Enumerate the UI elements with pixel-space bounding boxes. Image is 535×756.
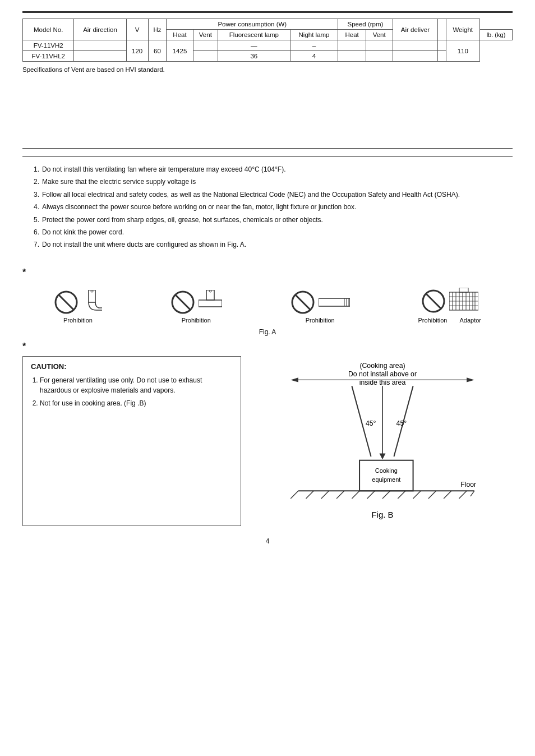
vent-w-2	[193, 51, 218, 62]
svg-text:Floor: Floor	[460, 481, 476, 488]
svg-rect-11	[319, 298, 350, 306]
speed-vent-2	[366, 51, 393, 62]
night-2: 4	[290, 51, 338, 62]
svg-marker-35	[467, 377, 474, 382]
star-asterisk-1: *	[22, 268, 513, 278]
th-model: Model No.	[23, 19, 74, 40]
speed-vent-1	[366, 40, 393, 51]
safety-item-4: 4.Always disconnect the power source bef…	[22, 202, 513, 212]
prohibition-label-4: Prohibition	[418, 317, 448, 324]
safety-item-2: 2.Make sure that the electric service su…	[22, 177, 513, 187]
speed-heat-1	[338, 40, 366, 51]
prohibition-label-1: Prohibition	[63, 317, 93, 324]
night-1: –	[290, 40, 338, 51]
th-air-direction: Air direction	[74, 19, 126, 40]
th-air-deliver: Air deliver	[393, 19, 438, 40]
adaptor-icon	[449, 288, 478, 315]
prohibition-item-2: Prohibition	[170, 290, 222, 324]
svg-marker-34	[290, 377, 298, 382]
svg-line-47	[306, 491, 314, 499]
safety-item-6: 6.Do not kink the power cord.	[22, 228, 513, 237]
bottom-section: CAUTION: For general ventilating use onl…	[22, 356, 513, 526]
prohib-pair-3	[290, 290, 350, 315]
svg-line-46	[290, 491, 298, 499]
prohibition-item-3: Prohibition	[290, 290, 350, 324]
svg-text:45°: 45°	[396, 420, 407, 427]
th-speed-vent: Vent	[366, 30, 393, 40]
svg-text:equipment: equipment	[372, 476, 400, 483]
prohibition-circle-1	[54, 290, 79, 315]
caution-item-2: Not for use in cooking area. (Fig .B)	[40, 398, 233, 409]
th-weight-unit: lb. (kg)	[479, 30, 512, 40]
weight-spacer-1	[438, 40, 446, 51]
svg-line-50	[352, 491, 359, 499]
prohib-pair-4	[421, 288, 478, 315]
safety-item-1: 1.Do not install this ventilating fan wh…	[22, 165, 513, 174]
prohibition-label-2: Prohibition	[182, 317, 211, 324]
bent-duct-icon	[82, 290, 102, 315]
fig-a-label: Fig. A	[22, 328, 513, 336]
caution-list: For general ventilating use only. Do not…	[40, 375, 233, 409]
fig-b-svg: (Cooking area) Do not install above or i…	[252, 356, 513, 526]
svg-line-52	[382, 491, 390, 499]
svg-line-56	[444, 491, 451, 499]
fluorescent-1: —	[218, 40, 290, 51]
caution-item-1: For general ventilating use only. Do not…	[40, 375, 233, 396]
weight-val: 110	[446, 40, 479, 62]
spec-table: Model No. Air direction V Hz Power consu…	[22, 19, 513, 62]
svg-line-16	[426, 293, 441, 309]
tee-duct-icon	[199, 290, 222, 315]
svg-rect-6	[206, 290, 214, 300]
fig-b-area: (Cooking area) Do not install above or i…	[252, 356, 513, 526]
svg-rect-8	[199, 300, 222, 307]
table-row: FV-11VH2 120 60 1425 — – 110	[23, 40, 513, 51]
weight-spacer-2	[438, 51, 446, 62]
air-direction-2	[74, 51, 126, 62]
th-power-consumption: Power consumption (W)	[167, 19, 338, 30]
th-vent: Vent	[193, 30, 218, 40]
th-heat: Heat	[167, 30, 193, 40]
hz-val: 60	[148, 40, 167, 62]
svg-line-1	[58, 294, 74, 310]
svg-text:45°: 45°	[366, 420, 376, 427]
svg-line-49	[336, 491, 344, 499]
th-hz: Hz	[148, 19, 167, 40]
svg-line-53	[398, 491, 405, 499]
safety-list: 1.Do not install this ventilating fan wh…	[22, 165, 513, 250]
svg-line-58	[471, 491, 474, 496]
safety-item-3: 3.Follow all local electrical and safety…	[22, 190, 513, 200]
svg-marker-39	[380, 453, 386, 459]
svg-text:Fig. B: Fig. B	[371, 510, 393, 519]
th-weight-spacer	[438, 19, 446, 40]
svg-line-5	[175, 294, 191, 310]
section-rule-1	[22, 148, 513, 149]
th-speed-heat: Heat	[338, 30, 366, 40]
safety-item-5: 5.Protect the power cord from sharp edge…	[22, 215, 513, 225]
fluorescent-2: 36	[218, 51, 290, 62]
table-row: FV-11VHL2 36 4	[23, 51, 513, 62]
fig-a-container: Prohibition Prohibition	[22, 288, 513, 324]
prohibition-label-3: Prohibition	[306, 317, 335, 324]
svg-text:(Cooking area): (Cooking area)	[359, 361, 405, 369]
safety-item-7: 7.Do not install the unit where ducts ar…	[22, 240, 513, 250]
svg-text:Cooking: Cooking	[375, 467, 398, 473]
page-number: 4	[22, 537, 513, 545]
section-rule-2	[22, 156, 513, 157]
th-night: Night lamp	[290, 30, 338, 40]
straight-duct-icon	[319, 296, 350, 308]
svg-rect-29	[459, 288, 468, 292]
model-fv11vh2: FV-11VH2	[23, 40, 74, 51]
prohibition-circle-2	[170, 290, 195, 315]
prohibition-item-1: Prohibition	[54, 290, 102, 324]
air-deliver-1	[393, 40, 438, 51]
caution-title: CAUTION:	[31, 362, 233, 371]
star-asterisk-2: *	[22, 342, 513, 352]
svg-line-55	[428, 491, 436, 499]
air-direction-1	[74, 40, 126, 51]
air-deliver-2	[393, 51, 438, 62]
adaptor-label: Adaptor	[459, 317, 481, 324]
svg-line-57	[459, 491, 467, 499]
th-fluorescent: Fluorescent lamp	[218, 30, 290, 40]
prohib-pair-1	[54, 290, 102, 315]
th-weight: Weight	[446, 19, 479, 40]
